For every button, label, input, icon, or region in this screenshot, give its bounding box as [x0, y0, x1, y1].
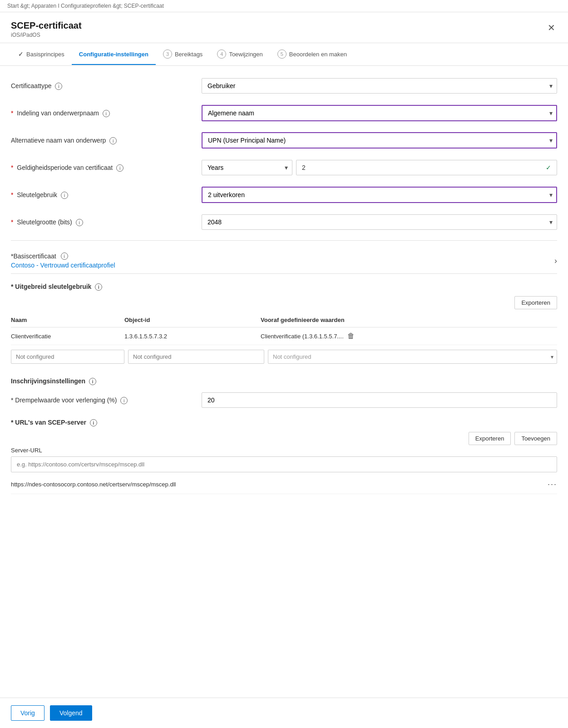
validity-row: Years Months Days ▾ 2 ✓ [202, 160, 557, 175]
vorig-button[interactable]: Vorig [11, 705, 44, 712]
sleutelgrootte-label: * Sleutelgrootte (bits) i [11, 218, 202, 226]
validity-number: 2 [302, 164, 306, 171]
basiscertificaat-label: *Basiscertificaat i [11, 253, 115, 260]
certificaattype-select[interactable]: Gebruiker [202, 78, 557, 94]
sleutelgrootte-select[interactable]: 2048 4096 [202, 214, 557, 230]
delete-icon[interactable]: 🗑 [347, 332, 355, 340]
uitgebreid-info-icon[interactable]: i [95, 283, 102, 291]
certificaattype-control: Gebruiker ▾ [202, 78, 557, 94]
check-icon: ✓ [546, 164, 551, 171]
tab-basisprincipes[interactable]: ✓ Basisprincipes [11, 44, 72, 65]
breadcrumb-text: SCEP-certificaat [124, 3, 164, 9]
table-row: Clientverificatie 1.3.6.1.5.5.7.3.2 Clie… [11, 327, 557, 345]
sleutelgrootte-info-icon[interactable]: i [76, 219, 83, 226]
uitgebreid-export-button[interactable]: Exporteren [514, 296, 557, 309]
onderwerpnaam-select[interactable]: Algemene naam [202, 105, 557, 121]
inschrijving-section: Inschrijvingsinstellingen i * Drempelwaa… [11, 377, 557, 408]
page-title: SCEP-certificaat [11, 20, 82, 31]
col-vooraf: Vooraf gedefinieerde waarden [261, 317, 557, 323]
sleutelgebruik-info-icon[interactable]: i [61, 192, 68, 199]
onderwerpnaam-info-icon[interactable]: i [103, 110, 110, 117]
content-area: Certificaattype i Gebruiker ▾ * Indeling… [0, 66, 568, 541]
url-input[interactable] [11, 456, 557, 472]
page-subtitle: iOS/iPadOS [11, 32, 82, 38]
url-entry: https://ndes-contosocorp.contoso.net/cer… [11, 475, 557, 494]
alternatief-label: Alternatieve naam van onderwerp i [11, 137, 202, 144]
server-url-label: Server-URL [11, 447, 557, 454]
tab-bereiktags[interactable]: 3 Bereiktags [156, 43, 210, 66]
tab-label: Bereiktags [175, 51, 203, 58]
uitgebreid-export-row: Exporteren [11, 296, 557, 309]
alternatief-control: UPN (User Principal Name) ▾ [202, 132, 557, 149]
basiscertificaat-value: Contoso - Vertrouwd certificaatprofiel [11, 262, 115, 269]
required-star: * [11, 191, 13, 198]
sleutelgebruik-select-wrapper: 2 uitverkoren ▾ [202, 187, 557, 203]
certificaattype-row: Certificaattype i Gebruiker ▾ [11, 77, 557, 95]
tab-label: Toewijzingen [229, 51, 262, 58]
basiscertificaat-content: *Basiscertificaat i Contoso - Vertrouwd … [11, 253, 115, 269]
tab-toewijzingen[interactable]: 4 Toewijzingen [210, 43, 270, 66]
basiscertificaat-row[interactable]: *Basiscertificaat i Contoso - Vertrouwd … [11, 248, 557, 274]
tab-label: Beoordelen en maken [289, 51, 347, 58]
drempel-label: * Drempelwaarde voor verlenging (%) i [11, 396, 202, 404]
required-star: * [11, 164, 13, 171]
geldigheid-label: * Geldigheidsperiode van certificaat i [11, 164, 202, 172]
sleutelgebruik-control: 2 uitverkoren ▾ [202, 187, 557, 203]
tab-beoordelen[interactable]: 5 Beoordelen en maken [270, 43, 354, 66]
validity-unit-select[interactable]: Years Months Days [202, 160, 292, 175]
validity-unit-wrapper: Years Months Days ▾ [202, 160, 292, 175]
breadcrumb-text[interactable]: Start &gt; [7, 3, 30, 9]
validity-number-box: 2 ✓ [296, 160, 557, 175]
cell-naam: Clientverificatie [11, 333, 124, 340]
alternatief-select-wrapper: UPN (User Principal Name) ▾ [202, 132, 557, 149]
footer: Vorig Volgend [0, 698, 568, 712]
scep-info-icon[interactable]: i [90, 419, 97, 426]
tab-num: 4 [217, 50, 226, 59]
cell-objectid: 1.3.6.1.5.5.7.3.2 [124, 333, 261, 340]
inschrijving-info-icon[interactable]: i [89, 378, 96, 385]
tab-configuratie[interactable]: Configuratie-instellingen [72, 45, 156, 65]
scep-toevoegen-button[interactable]: Toevoegen [514, 432, 557, 445]
certificaattype-info-icon[interactable]: i [55, 83, 62, 90]
objectid-input[interactable] [128, 350, 264, 364]
volgend-button[interactable]: Volgend [50, 705, 92, 712]
onderwerpnaam-row: * Indeling van onderwerpnaam i Algemene … [11, 104, 557, 122]
alternatief-select[interactable]: UPN (User Principal Name) [202, 132, 557, 149]
divider [11, 240, 557, 241]
uitgebreid-section: * Uitgebreid sleutelgebruik i Exporteren… [11, 283, 557, 364]
geldigheid-info-icon[interactable]: i [116, 164, 123, 172]
url-value: https://ndes-contosocorp.contoso.net/cer… [11, 481, 176, 488]
alternatief-row: Alternatieve naam van onderwerp i UPN (U… [11, 131, 557, 149]
basiscertificaat-info-icon[interactable]: i [61, 253, 68, 260]
sleutelgebruik-select[interactable]: 2 uitverkoren [202, 187, 557, 203]
uitgebreid-table-header: Naam Object-id Vooraf gedefinieerde waar… [11, 313, 557, 327]
onderwerpnaam-label: * Indeling van onderwerpnaam i [11, 109, 202, 117]
drempel-info-icon[interactable]: i [120, 397, 128, 404]
vooraf-select[interactable]: Not configured [268, 350, 557, 364]
breadcrumb-text[interactable]: Apparaten I Configuratieprofielen &gt; [31, 3, 123, 9]
chevron-right-icon: › [554, 256, 557, 266]
drempel-input[interactable] [202, 392, 557, 408]
close-button[interactable]: ✕ [546, 20, 557, 35]
alternatief-info-icon[interactable]: i [109, 137, 117, 144]
cell-vooraf: Clientverificatie (1.3.6.1.5.5.7.... 🗑 [261, 332, 557, 340]
certificaattype-select-wrapper: Gebruiker ▾ [202, 78, 557, 94]
sleutelgrootte-select-wrapper: 2048 4096 ▾ [202, 214, 557, 230]
required-star: * [11, 218, 13, 226]
required-star: * [11, 109, 13, 117]
geldigheid-control: Years Months Days ▾ 2 ✓ [202, 160, 557, 175]
scep-export-button[interactable]: Exporteren [469, 432, 511, 445]
drempel-row: * Drempelwaarde voor verlenging (%) i [11, 392, 557, 408]
tab-num: 3 [163, 50, 172, 59]
sleutelgebruik-label: * Sleutelgebruik i [11, 191, 202, 199]
naam-input[interactable] [11, 350, 124, 364]
sleutelgrootte-control: 2048 4096 ▾ [202, 214, 557, 230]
vooraf-select-wrapper: Not configured ▾ [268, 350, 557, 364]
footer-spacer [11, 494, 557, 530]
scep-buttons: Exporteren Toevoegen [11, 432, 557, 445]
col-objectid: Object-id [124, 317, 261, 323]
col-naam: Naam [11, 317, 124, 323]
more-options-icon[interactable]: ··· [548, 480, 557, 489]
new-entry-row: Not configured ▾ [11, 350, 557, 364]
panel: SCEP-certificaat iOS/iPadOS ✕ ✓ Basispri… [0, 12, 568, 712]
